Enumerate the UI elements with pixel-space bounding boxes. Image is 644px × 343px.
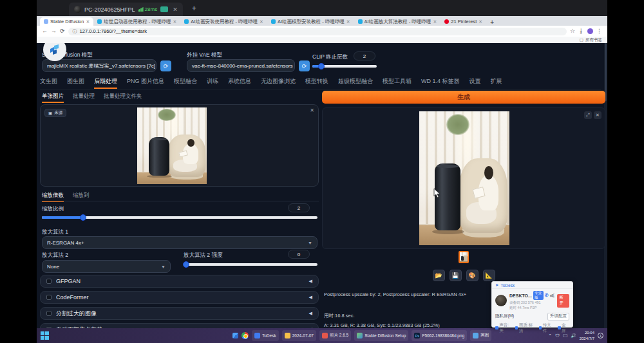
notification-bell-icon[interactable]: 1	[598, 333, 603, 338]
subtab-batch-process[interactable]: 批量处理	[73, 93, 95, 103]
tab-close-icon[interactable]: ✕	[433, 19, 437, 24]
tab-extensions[interactable]: 扩展	[491, 77, 502, 86]
tab-wd14-tagger[interactable]: WD 1.4 标签器	[421, 77, 460, 86]
remote-session-tab[interactable]: PC-20240625HFPL 28ms ✕	[69, 3, 183, 16]
sound-toggle[interactable]: 声音:关	[495, 322, 512, 334]
tab-system-info[interactable]: 系统信息	[228, 77, 251, 86]
clear-image-icon[interactable]: ✕	[310, 107, 314, 113]
headset-icon[interactable]: 🕬	[550, 293, 554, 298]
close-preview-icon[interactable]: ✕	[594, 111, 601, 119]
generate-button[interactable]: 生成	[322, 91, 605, 104]
tab-super-merger[interactable]: 超级模型融合	[338, 77, 373, 86]
site-info-icon[interactable]: ⓘ	[73, 28, 77, 35]
accordion-auto-face-crop[interactable]: 自动面部焦点剪裁 ◀	[40, 323, 319, 328]
photos-icon	[322, 333, 328, 338]
sd-model-select[interactable]: majicMIX realistic 麦橘写实_v7.safetensors […	[42, 59, 156, 72]
upgrade-button[interactable]: 升级配置	[547, 313, 569, 320]
taskbar-item-sd-setup[interactable]: Stable Diffusion Setup	[354, 330, 408, 341]
widgets-icon[interactable]	[232, 333, 238, 338]
tab-model-converter[interactable]: 模型转换	[305, 77, 328, 86]
scale-ratio-slider[interactable]	[42, 216, 317, 219]
all-bookmarks-label[interactable]: 所有书签	[585, 37, 602, 43]
accordion-gfpgan[interactable]: GFPGAN ◀	[40, 275, 319, 288]
fullscreen-toggle[interactable]: 全屏	[558, 322, 569, 334]
gfpgan-checkbox[interactable]	[46, 279, 52, 284]
gallery-thumbnail-selected[interactable]	[459, 251, 469, 263]
tab-settings[interactable]: 设置	[469, 77, 481, 86]
save-image-button[interactable]: 💾	[450, 270, 462, 281]
accordion-codeformer[interactable]: CodeFormer ◀	[40, 291, 319, 304]
tab-model-toolkit[interactable]: 模型工具箱	[383, 77, 412, 86]
address-bar[interactable]: ⓘ 127.0.0.1:7860/?__theme=dark	[68, 28, 567, 35]
browser-tab-active[interactable]: Stable Diffusion✕	[40, 17, 93, 26]
start-button[interactable]	[41, 331, 49, 340]
ruler-button[interactable]: 📐	[483, 270, 495, 281]
screen: PC-20240625HFPL 28ms ✕ + Stable Diffusio…	[0, 0, 644, 343]
taskbar-item-paint[interactable]: 画图	[470, 330, 491, 341]
browser-profile-avatar[interactable]	[587, 28, 593, 34]
codeformer-checkbox[interactable]	[46, 295, 52, 300]
upscaler1-select[interactable]: R-ESRGAN 4x+▼	[42, 236, 317, 249]
taskbar-item-photos[interactable]: 照片 2.6.5	[319, 330, 351, 341]
palette-button[interactable]: 🎨	[466, 270, 478, 281]
browser-tab[interactable]: AI绘画放大算法教程 - 哔哩哔哩✕	[354, 17, 441, 26]
forward-icon[interactable]: →	[51, 28, 57, 34]
vae-select[interactable]: vae-ft-mse-840000-ema-pruned.safetensors…	[187, 59, 295, 72]
privacy-screen-label[interactable]: 隐私屏(M)	[495, 313, 514, 319]
browser-tab[interactable]: 21 Pinterest✕	[440, 17, 486, 26]
source-image-dropzone[interactable]: ▣ 来源 ✕	[40, 104, 319, 187]
back-icon[interactable]: ←	[42, 28, 48, 34]
scale-ratio-value[interactable]: 2	[288, 203, 310, 212]
favicon	[44, 19, 48, 24]
subtab-single-image[interactable]: 单张图片	[42, 93, 64, 103]
result-image-viewer[interactable]: ⤢ ✕	[322, 107, 605, 249]
tab-png-info[interactable]: PNG 图片信息	[127, 77, 164, 86]
tab-checkpoint-merger[interactable]: 模型融合	[174, 77, 197, 86]
taskbar-clock[interactable]: 20:04 2024/7/7	[580, 330, 594, 340]
upscaler2-strength-slider[interactable]	[184, 263, 317, 266]
fullscreen-icon[interactable]: ⤢	[584, 111, 592, 119]
upscaler2-select[interactable]: None▼	[42, 260, 171, 273]
disconnect-button[interactable]: 断开	[557, 294, 569, 308]
open-folder-button[interactable]: 📂	[433, 270, 445, 281]
refresh-vae-button[interactable]: ⟳	[299, 60, 310, 71]
accordion-split-oversized[interactable]: 分割过大的图像 ◀	[40, 307, 319, 320]
tab-close-icon[interactable]: ✕	[346, 19, 350, 24]
menu-kebab-icon[interactable]: ⋮	[596, 28, 602, 34]
subtab-batch-folder[interactable]: 批量处理文件夹	[104, 93, 142, 103]
download-icon[interactable]: ⭳	[578, 28, 584, 34]
file-transfer-button[interactable]: 传文件	[539, 322, 554, 334]
source-image-preview[interactable]	[137, 107, 207, 184]
result-image[interactable]	[419, 111, 509, 245]
tab-txt2img[interactable]: 文生图	[40, 77, 57, 86]
taskbar-item-folder[interactable]: 2024-07-07	[282, 330, 316, 341]
todesk-header[interactable]: ➤ ToDesk	[492, 282, 573, 289]
reload-icon[interactable]: ⟳	[60, 28, 65, 34]
browser-tab[interactable]: AI绘画安装使用教程 - 哔哩哔哩✕	[180, 17, 267, 26]
split-oversized-checkbox[interactable]	[46, 311, 52, 316]
browser-tab[interactable]: AI绘画模型安装教程 - 哔哩哔哩✕	[267, 17, 354, 26]
tab-close-icon[interactable]: ✕	[478, 19, 482, 24]
bookmark-star-icon[interactable]: ☆	[570, 28, 575, 34]
new-session-button[interactable]: +	[192, 4, 196, 13]
tab-close-icon[interactable]: ✕	[173, 19, 176, 24]
upscaler2-strength-value[interactable]: 0	[288, 250, 310, 259]
quality-toggle[interactable]: 画质:标清	[515, 322, 536, 334]
tab-infinite-image-browser[interactable]: 无边图像浏览	[261, 77, 296, 86]
phone-icon[interactable]: ✆	[545, 293, 549, 298]
browser-tab[interactable]: 绘世启动器使用教程 - 哔哩哔哩✕	[93, 17, 180, 26]
tab-extras[interactable]: 后期处理	[94, 77, 117, 89]
close-session-icon[interactable]: ✕	[173, 6, 178, 13]
tab-close-icon[interactable]: ✕	[260, 19, 263, 24]
screenshot-icon[interactable]	[160, 6, 168, 12]
clip-skip-value[interactable]: 2	[354, 51, 375, 60]
tab-train[interactable]: 训练	[207, 77, 218, 86]
clip-skip-slider[interactable]	[312, 65, 377, 68]
tab-close-icon[interactable]: ✕	[86, 19, 90, 24]
chrome-icon[interactable]	[242, 332, 249, 339]
taskbar-item-photoshop[interactable]: Ps F5062-19838648d.png	[412, 330, 467, 341]
taskbar-item-todesk[interactable]: ToDesk	[252, 330, 279, 341]
new-tab-button[interactable]: +	[490, 19, 494, 26]
tab-img2img[interactable]: 图生图	[67, 77, 84, 86]
refresh-sd-model-button[interactable]: ⟳	[160, 60, 171, 71]
